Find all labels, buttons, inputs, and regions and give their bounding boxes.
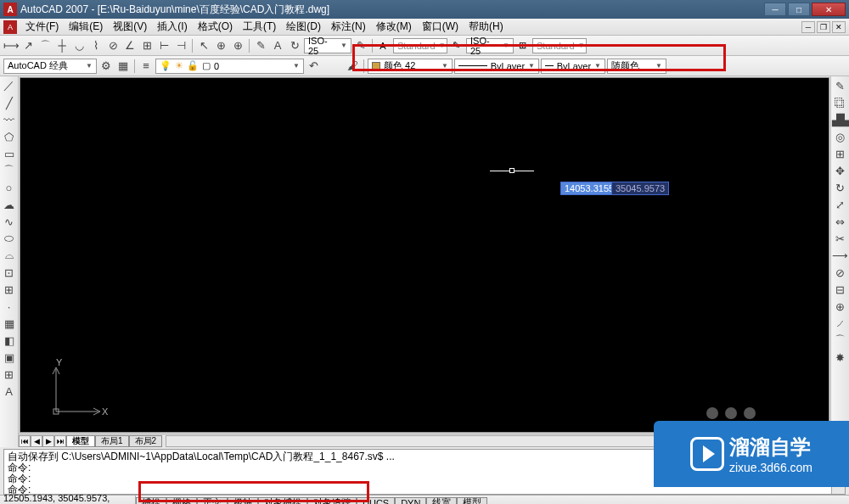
layer-prev-icon[interactable]: ↶ [306,59,321,74]
dim-textedit-icon[interactable]: A [270,38,285,53]
layer-dropdown[interactable]: 💡 ☀ 🔓 ▢ 0 ▼ [155,59,304,74]
workspace-dropdown[interactable]: AutoCAD 经典▼ [3,59,97,74]
status-ducs[interactable]: DUCS [357,497,395,505]
tab-layout1[interactable]: 布局1 [95,435,129,447]
menu-format[interactable]: 格式(O) [193,20,238,34]
mtext-icon[interactable]: A [2,384,17,399]
arc-icon[interactable]: ⌒ [2,163,17,178]
copy-icon[interactable]: ⿻ [833,95,848,110]
match-properties-icon[interactable]: 🖌 [345,59,360,74]
menu-insert[interactable]: 插入(I) [152,20,192,34]
menu-window[interactable]: 窗口(W) [417,20,464,34]
revcloud-icon[interactable]: ☁ [2,197,17,212]
tab-model[interactable]: 模型 [66,435,95,447]
tab-last[interactable]: ⏭ [54,435,66,447]
dim-edit-icon[interactable]: ✎ [253,38,268,53]
status-snap[interactable]: 捕捉 [136,497,166,505]
dim-update-icon[interactable]: ↻ [287,38,302,53]
offset-icon[interactable]: ◎ [833,129,848,144]
tab-first[interactable]: ⏮ [19,435,31,447]
mirror-icon[interactable]: ▟▙ [833,112,848,127]
spline-icon[interactable]: ∿ [2,214,17,229]
toolpalettes-icon[interactable]: ▦ [115,59,131,74]
make-block-icon[interactable]: ⊞ [2,282,17,297]
tolerance-icon[interactable]: ⊕ [213,38,228,53]
polygon-icon[interactable]: ⬠ [2,129,17,144]
line-icon[interactable]: ／ [2,78,17,93]
region-icon[interactable]: ▣ [2,350,17,365]
ellipse-arc-icon[interactable]: ⌓ [2,248,17,263]
menu-draw[interactable]: 绘图(D) [281,20,326,34]
dynamic-input-x[interactable]: 14053.3155 [560,182,618,195]
menu-edit[interactable]: 编辑(E) [64,20,108,34]
dim-angular-icon[interactable]: ∠ [122,38,138,53]
table-icon[interactable]: ⊞ [2,367,17,382]
xline-icon[interactable]: ╱ [2,95,17,110]
gradient-icon[interactable]: ◧ [2,333,17,348]
break-point-icon[interactable]: ⊘ [833,265,848,280]
join-icon[interactable]: ⊕ [833,299,848,314]
plotstyle-dropdown[interactable]: 随颜色 ▼ [607,59,666,74]
tab-next[interactable]: ▶ [42,435,54,447]
scale-icon[interactable]: ⤢ [833,197,848,212]
menu-dim[interactable]: 标注(N) [326,20,371,34]
close-button[interactable]: ✕ [812,3,846,16]
menu-view[interactable]: 视图(V) [108,20,152,34]
dim-linear-icon[interactable]: ⟼ [3,38,19,53]
dim-quick-icon[interactable]: ⊞ [139,38,155,53]
dim-ordinate-icon[interactable]: ┼ [54,38,70,53]
dim-jog-icon[interactable]: ⌇ [88,38,104,53]
dim-style2-dropdown[interactable]: ISO-25▼ [466,38,514,53]
table-style-icon[interactable]: ⊞ [515,39,529,53]
mdi-close[interactable]: ✕ [832,21,846,33]
hatch-icon[interactable]: ▦ [2,316,17,331]
linetype-dropdown[interactable]: ByLayer ▼ [454,59,539,74]
erase-icon[interactable]: ✎ [833,78,848,93]
break-icon[interactable]: ⊟ [833,282,848,297]
chamfer-icon[interactable]: ⟋ [833,316,848,331]
status-dyn[interactable]: DYN [395,497,426,505]
mdi-restore[interactable]: ❐ [817,21,830,33]
extend-icon[interactable]: ⟶ [833,248,848,263]
text-style-dropdown[interactable]: Standard▼ [393,38,447,53]
fillet-icon[interactable]: ⌒ [833,333,848,348]
dim-radius-icon[interactable]: ◡ [71,38,87,53]
tab-prev[interactable]: ◀ [31,435,42,447]
lineweight-dropdown[interactable]: ByLayer ▼ [541,59,605,74]
dim-arc-icon[interactable]: ⌒ [37,38,53,53]
dim-style-dropdown[interactable]: ISO-25▼ [304,38,351,53]
workspace-settings-icon[interactable]: ⚙ [98,59,114,74]
drawing-canvas[interactable]: 14053.3155 35045.9573 Y X [20,77,829,433]
circle-icon[interactable]: ○ [2,180,17,195]
table-style-dropdown[interactable]: Standard▼ [532,38,587,53]
dim-baseline-icon[interactable]: ⊢ [156,38,171,53]
status-lwt[interactable]: 线宽 [426,497,457,505]
ellipse-icon[interactable]: ⬭ [2,231,17,246]
dim-aligned-icon[interactable]: ↗ [20,38,36,53]
tab-layout2[interactable]: 布局2 [129,435,163,447]
coordinate-display[interactable]: 12505.1943, 35045.9573, 0.0000 [0,496,136,504]
dim-style-mgr-icon[interactable]: ✎ [353,38,368,53]
pline-icon[interactable]: 〰 [2,112,17,127]
insert-block-icon[interactable]: ⊡ [2,265,17,280]
status-model[interactable]: 模型 [457,497,487,505]
maximize-button[interactable]: □ [788,3,810,16]
menu-file[interactable]: 文件(F) [20,20,64,34]
status-ortho[interactable]: 正交 [197,497,228,505]
explode-icon[interactable]: ✸ [833,350,848,365]
status-otrack[interactable]: 对象追踪 [307,497,357,505]
status-grid[interactable]: 栅格 [166,497,197,505]
point-icon[interactable]: · [2,299,17,314]
mdi-minimize[interactable]: ─ [801,21,815,33]
dim-continue-icon[interactable]: ⊣ [173,38,188,53]
layer-mgr-icon[interactable]: ≡ [138,59,154,74]
status-osnap[interactable]: 对象捕捉 [258,497,307,505]
rectangle-icon[interactable]: ▭ [2,146,17,161]
dim-style2-icon[interactable]: ✎ [449,39,463,53]
center-mark-icon[interactable]: ⊕ [230,38,245,53]
menu-tools[interactable]: 工具(T) [238,20,281,34]
move-icon[interactable]: ✥ [833,163,848,178]
color-dropdown[interactable]: 颜色 42 ▼ [368,59,453,74]
status-polar[interactable]: 极轴 [228,497,258,505]
text-style-icon[interactable]: A [376,39,390,53]
